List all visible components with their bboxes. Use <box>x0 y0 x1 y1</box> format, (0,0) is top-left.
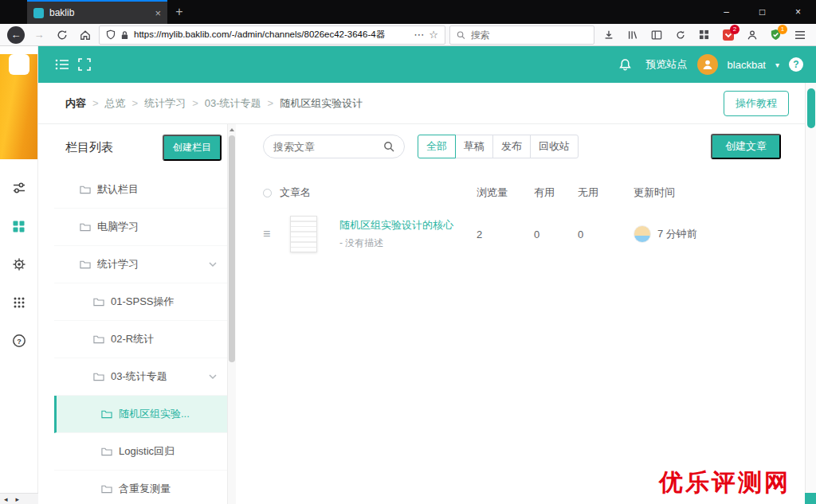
chevron-down-icon[interactable] <box>209 374 217 380</box>
rail-sort-button[interactable] <box>11 180 27 196</box>
channel-item-label: 统计学习 <box>97 257 139 272</box>
create-channel-button[interactable]: 创建栏目 <box>163 135 222 161</box>
horizontal-scrollbar[interactable]: ◂ ▸ <box>0 493 38 504</box>
list-icon <box>55 58 69 71</box>
scroll-right-arrow-icon[interactable]: ▸ <box>16 495 20 503</box>
article-thumbnail <box>290 216 317 252</box>
forward-button[interactable]: → <box>29 25 49 45</box>
library-button[interactable] <box>622 25 642 45</box>
tab-close-icon[interactable]: × <box>155 7 161 19</box>
home-button[interactable] <box>76 25 95 45</box>
refresh-button[interactable] <box>53 25 72 45</box>
article-useless: 0 <box>578 229 634 240</box>
rail-help-button[interactable]: ? <box>11 333 27 349</box>
channel-item-statistics[interactable]: 统计学习 <box>54 246 228 283</box>
username-label[interactable]: blackbat <box>728 59 766 71</box>
protection-shield-button[interactable]: 1 <box>766 25 786 45</box>
filter-published[interactable]: 发布 <box>492 135 531 158</box>
tutorial-button[interactable]: 操作教程 <box>724 91 789 116</box>
downloads-button[interactable] <box>598 25 618 45</box>
close-button[interactable]: × <box>780 0 816 24</box>
help-button[interactable]: ? <box>789 57 803 72</box>
extension-button[interactable]: 2 <box>718 25 738 45</box>
sidebar-scrollbar[interactable] <box>227 124 236 504</box>
brand-logo-block[interactable] <box>0 54 37 159</box>
article-list-panel: 全部 草稿 发布 回收站 创建文章 文章名 浏览量 有用 无用 更新时间 <box>239 124 805 504</box>
maximize-button[interactable]: □ <box>744 0 780 24</box>
grid-icon <box>699 29 709 40</box>
fullscreen-button[interactable] <box>73 53 96 76</box>
channel-item-repeated-measures[interactable]: 含重复测量 <box>54 471 228 504</box>
squares-grid-icon <box>12 220 26 233</box>
shield-permissions-icon <box>106 29 116 40</box>
filter-draft[interactable]: 草稿 <box>455 135 493 158</box>
menu-button[interactable] <box>790 25 810 45</box>
new-tab-button[interactable]: + <box>167 0 191 24</box>
browser-navbar: ← → https://mylib.baklib.com/-/admin/cha… <box>0 24 816 46</box>
channel-item-randomized-block[interactable]: 随机区组实验... <box>54 396 228 433</box>
channel-item-default[interactable]: 默认栏目 <box>54 171 228 209</box>
scrollbar-up-arrow-icon[interactable] <box>230 128 234 131</box>
select-all-circle-icon[interactable] <box>263 189 272 197</box>
browser-tab[interactable]: baklib × <box>27 0 167 24</box>
rail-apps-button[interactable] <box>11 295 27 311</box>
hamburger-icon <box>794 30 806 40</box>
apps-grid-button[interactable] <box>694 25 714 45</box>
toc-toggle-button[interactable] <box>51 53 73 76</box>
article-search-input[interactable] <box>273 141 379 153</box>
preview-site-link[interactable]: 预览站点 <box>646 57 688 72</box>
left-icon-rail: ? <box>0 46 38 504</box>
url-bar[interactable]: https://mylib.baklib.com/-/admin/channel… <box>99 25 445 45</box>
person-icon <box>701 58 714 71</box>
user-menu-caret-icon[interactable]: ▾ <box>775 61 779 69</box>
channel-item-logistic[interactable]: Logistic回归 <box>54 433 228 471</box>
channel-item-r-stats[interactable]: 02-R统计 <box>54 321 228 358</box>
refresh-icon <box>57 29 68 41</box>
window-controls: – □ × <box>708 0 816 24</box>
bookmark-star-icon[interactable]: ☆ <box>429 29 438 41</box>
folder-icon <box>93 334 104 344</box>
channel-item-computer[interactable]: 电脑学习 <box>54 209 228 246</box>
chevron-down-icon[interactable] <box>209 262 217 268</box>
browser-titlebar: baklib × + – □ × <box>0 0 816 24</box>
breadcrumb-link-stats[interactable]: 统计学习 <box>144 96 186 111</box>
sidebar-toggle-button[interactable] <box>646 25 666 45</box>
channel-item-spss[interactable]: 01-SPSS操作 <box>54 283 228 321</box>
page-scrollbar[interactable] <box>805 83 816 504</box>
rail-settings-button[interactable] <box>11 256 27 272</box>
breadcrumb-root[interactable]: 内容 <box>65 96 86 111</box>
question-circle-icon: ? <box>12 334 26 348</box>
sync-button[interactable] <box>670 25 690 45</box>
create-article-button[interactable]: 创建文章 <box>711 134 781 159</box>
article-views: 2 <box>470 229 534 240</box>
channel-list-title: 栏目列表 <box>65 140 113 155</box>
back-button[interactable]: ← <box>6 25 26 45</box>
drag-handle-icon[interactable]: ≡ <box>263 227 282 241</box>
minimize-button[interactable]: – <box>708 0 744 24</box>
article-row[interactable]: ≡ 随机区组实验设计的核心 - 没有描述 2 0 0 7 分钟前 <box>263 209 781 260</box>
channel-item-label: 随机区组实验... <box>119 407 190 421</box>
search-icon <box>457 30 465 40</box>
rail-dashboard-button[interactable] <box>11 218 27 234</box>
user-avatar[interactable] <box>697 54 718 75</box>
page-actions-icon[interactable]: ⋯ <box>414 29 424 41</box>
browser-search-input[interactable] <box>471 29 587 41</box>
page-scrollbar-thumb[interactable] <box>807 88 815 128</box>
filter-trash[interactable]: 回收站 <box>530 135 579 158</box>
breadcrumb: 内容 > 总览 > 统计学习 > 03-统计专题 > 随机区组实验设计 操作教程 <box>38 83 805 124</box>
scroll-left-arrow-icon[interactable]: ◂ <box>4 495 8 503</box>
breadcrumb-link-topic[interactable]: 03-统计专题 <box>205 96 261 111</box>
download-icon <box>603 29 614 41</box>
notifications-button[interactable] <box>614 53 637 76</box>
channel-item-stats-topic[interactable]: 03-统计专题 <box>54 358 228 396</box>
filter-all[interactable]: 全部 <box>418 135 456 158</box>
account-button[interactable] <box>742 25 762 45</box>
browser-search-box[interactable] <box>449 25 594 45</box>
channel-item-label: 03-统计专题 <box>111 369 167 384</box>
article-search-box[interactable] <box>263 135 405 158</box>
breadcrumb-link-overview[interactable]: 总览 <box>105 96 126 111</box>
back-icon: ← <box>7 26 25 44</box>
search-icon <box>383 141 394 152</box>
article-title-link[interactable]: 随机区组实验设计的核心 <box>339 218 453 232</box>
sidebar-scrollbar-thumb[interactable] <box>229 135 235 362</box>
